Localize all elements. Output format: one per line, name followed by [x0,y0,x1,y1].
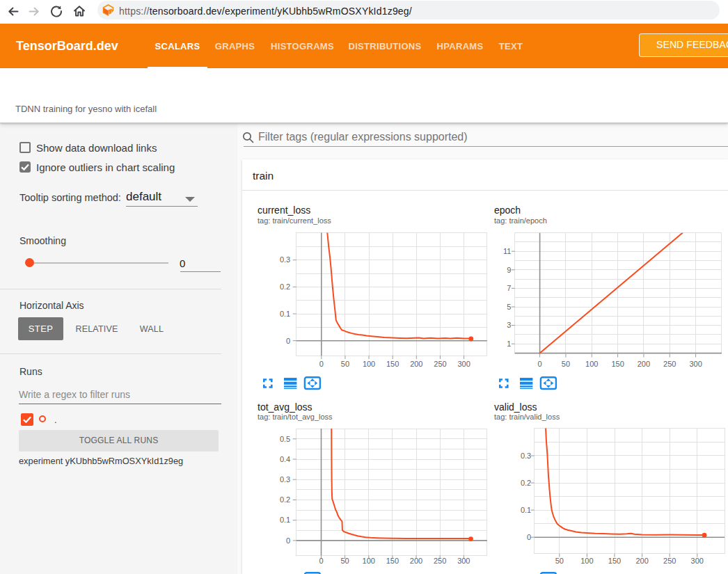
svg-text:200: 200 [410,360,422,368]
svg-text:250: 250 [434,557,446,565]
svg-text:300: 300 [691,557,704,565]
svg-text:150: 150 [386,360,399,368]
svg-text:0.1: 0.1 [280,310,290,318]
svg-text:0.3: 0.3 [280,475,290,484]
svg-text:250: 250 [434,360,446,368]
svg-text:0: 0 [538,360,542,368]
svg-text:50: 50 [341,360,349,368]
svg-text:150: 150 [611,360,624,368]
svg-text:0.2: 0.2 [521,479,531,487]
svg-text:200: 200 [635,557,648,565]
svg-text:0: 0 [286,536,290,545]
svg-text:0.5: 0.5 [280,435,290,443]
svg-text:250: 250 [663,557,676,565]
svg-text:100: 100 [585,360,598,368]
svg-text:150: 150 [386,557,399,565]
svg-text:3: 3 [507,321,511,329]
svg-text:0.2: 0.2 [280,282,290,291]
svg-text:0: 0 [527,533,531,541]
svg-text:11: 11 [503,247,511,255]
svg-text:0.3: 0.3 [280,255,290,264]
svg-text:150: 150 [608,557,621,565]
svg-text:50: 50 [341,557,349,565]
svg-text:100: 100 [363,360,375,368]
svg-text:100: 100 [580,557,593,565]
svg-text:0: 0 [286,337,290,345]
svg-text:0: 0 [319,557,323,565]
svg-text:7: 7 [507,284,511,292]
svg-text:0.4: 0.4 [280,455,290,463]
svg-text:5: 5 [507,303,511,311]
svg-text:1: 1 [507,340,511,348]
svg-text:50: 50 [555,557,564,565]
svg-text:300: 300 [457,360,470,368]
svg-text:0.2: 0.2 [280,495,290,504]
svg-text:50: 50 [562,360,570,368]
svg-text:100: 100 [363,557,375,565]
svg-text:0.3: 0.3 [521,452,531,460]
svg-text:9: 9 [507,266,511,274]
svg-text:200: 200 [410,557,422,565]
svg-text:300: 300 [689,360,702,368]
svg-text:200: 200 [638,360,650,368]
svg-text:300: 300 [457,557,470,565]
svg-text:0.1: 0.1 [521,506,531,514]
svg-text:0: 0 [319,360,324,368]
svg-text:250: 250 [663,360,676,368]
svg-text:0.1: 0.1 [280,516,290,524]
